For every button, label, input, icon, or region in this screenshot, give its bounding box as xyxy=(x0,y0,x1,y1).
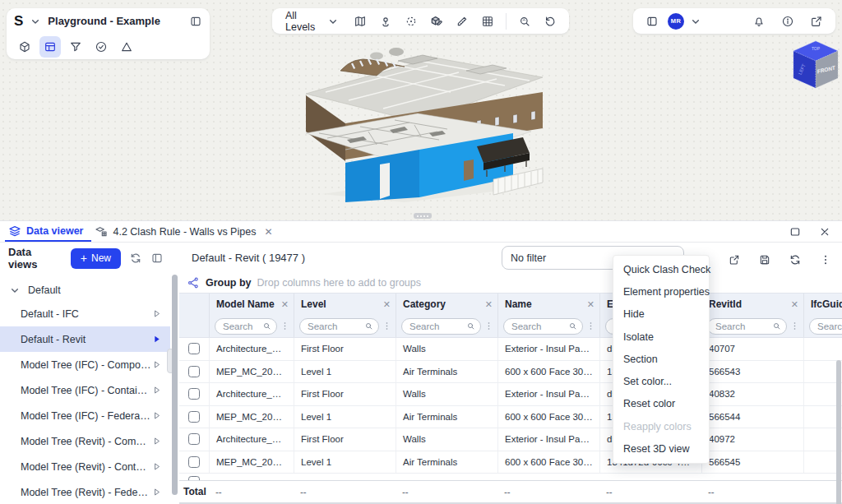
row-checkbox[interactable] xyxy=(188,388,200,400)
column-search-input[interactable]: Search xyxy=(299,318,379,335)
sidebar-item[interactable]: Model Tree (IFC) - Components xyxy=(0,352,170,377)
panel-layout-icon[interactable] xyxy=(150,252,164,265)
table-panel-icon[interactable] xyxy=(39,36,61,58)
column-menu-icon[interactable] xyxy=(382,321,392,331)
panel-layout-icon[interactable] xyxy=(189,15,202,28)
table-row[interactable]: MEP_MC_2022.rvtLevel 1Air Terminals600 x… xyxy=(179,451,842,474)
row-checkbox[interactable] xyxy=(188,366,200,377)
column-header[interactable]: Level✕ xyxy=(294,294,396,315)
window-maximize-icon[interactable] xyxy=(784,221,806,243)
row-checkbox[interactable] xyxy=(188,433,200,445)
play-outline-icon[interactable] xyxy=(151,436,162,446)
table-row[interactable]: MEP_MC_2022.rvtLevel 1Air Terminals600 x… xyxy=(179,361,842,384)
context-menu-item[interactable]: Element properties xyxy=(613,280,709,303)
open-external-icon[interactable] xyxy=(806,11,827,32)
triangle-icon[interactable] xyxy=(116,36,137,58)
row-checkbox[interactable] xyxy=(188,411,200,423)
reset-view-icon[interactable] xyxy=(539,11,561,32)
share-export-icon[interactable] xyxy=(724,249,745,270)
table-row[interactable]: Architecture_MC_20First FloorWallsExteri… xyxy=(179,383,842,406)
scrollbar-thumb[interactable] xyxy=(172,275,178,495)
context-menu-item[interactable]: Isolate xyxy=(613,326,709,348)
bell-icon[interactable] xyxy=(748,11,770,32)
column-remove-icon[interactable]: ✕ xyxy=(791,299,798,310)
sidebar-item[interactable]: Model Tree (Revit) - Components xyxy=(0,428,170,454)
sidebar-scrollbar[interactable] xyxy=(170,243,179,504)
new-view-button[interactable]: + New xyxy=(71,248,121,269)
levels-dropdown[interactable]: All Levels xyxy=(280,10,346,33)
table-row[interactable]: Architecture_MC_20First FloorWallsExteri… xyxy=(179,338,842,361)
chevron-down-icon[interactable] xyxy=(29,15,42,28)
column-search-input[interactable]: Search xyxy=(809,318,842,335)
column-remove-icon[interactable]: ✕ xyxy=(587,299,594,310)
play-outline-icon[interactable] xyxy=(151,308,162,319)
table-scrollbar-thumb[interactable] xyxy=(836,360,841,504)
column-header[interactable]: Category✕ xyxy=(396,294,497,315)
column-menu-icon[interactable] xyxy=(280,321,290,331)
measure-pen-icon[interactable] xyxy=(451,11,473,32)
tab-close-icon[interactable]: ✕ xyxy=(264,226,272,238)
column-remove-icon[interactable]: ✕ xyxy=(383,299,391,310)
play-outline-icon[interactable] xyxy=(151,461,162,472)
info-icon[interactable] xyxy=(777,11,798,32)
context-menu-item[interactable]: Section xyxy=(613,348,709,370)
tree-root-default[interactable]: Default xyxy=(0,280,170,301)
kebab-icon[interactable] xyxy=(815,249,836,270)
app-logo[interactable]: S xyxy=(14,14,23,28)
3d-viewport[interactable]: S Playground - Example All Levels MR xyxy=(0,0,842,220)
user-avatar[interactable]: MR xyxy=(668,13,684,30)
sidebar-item[interactable]: Model Tree (IFC) - Containment xyxy=(0,377,170,403)
column-search-input[interactable]: Search xyxy=(215,318,277,335)
sidebar-item[interactable]: Default - Revit xyxy=(0,326,170,352)
column-remove-icon[interactable]: ✕ xyxy=(281,299,289,310)
context-menu-item[interactable]: Hide xyxy=(613,303,709,326)
save-icon[interactable] xyxy=(754,249,775,270)
refresh-icon[interactable] xyxy=(784,249,806,270)
chevron-down-icon[interactable] xyxy=(689,15,702,28)
play-outline-icon[interactable] xyxy=(151,410,162,421)
close-icon[interactable] xyxy=(814,221,835,243)
cube-3d-icon[interactable] xyxy=(14,36,35,58)
sidebar-item[interactable]: Model Tree (Revit) - Federated Flo... xyxy=(0,479,170,504)
context-menu-item[interactable]: Set color... xyxy=(613,370,709,392)
navigation-cube[interactable]: TOP LEFT FRONT xyxy=(791,39,840,93)
column-search-input[interactable]: Search xyxy=(401,318,481,335)
panel-layout-icon[interactable] xyxy=(641,11,663,32)
column-menu-icon[interactable] xyxy=(585,321,596,331)
sidebar-item[interactable]: Model Tree (IFC) - Federated Floor xyxy=(0,403,170,428)
column-menu-icon[interactable] xyxy=(789,321,800,331)
tab-clash-rule[interactable]: 4.2 Clash Rule - Walls vs Pipes ✕ xyxy=(91,221,280,242)
play-outline-icon[interactable] xyxy=(151,487,162,497)
column-header[interactable]: IfcGuid✕ xyxy=(803,294,842,315)
table-row[interactable]: Architecture_MC_20First FloorWallsExteri… xyxy=(179,428,842,451)
tab-data-viewer[interactable]: Data viewer xyxy=(5,221,91,242)
zoom-search-icon[interactable] xyxy=(514,11,535,32)
groupby-bar[interactable]: Group by Drop columns here to add to gro… xyxy=(179,273,842,293)
table-row[interactable]: MEP_MC_2022.rvtLevel 1Air Terminals600 x… xyxy=(179,406,842,429)
column-header[interactable]: Name✕ xyxy=(497,294,599,315)
column-header[interactable]: Model Name✕ xyxy=(209,294,294,315)
play-outline-icon[interactable] xyxy=(151,359,162,370)
row-checkbox[interactable] xyxy=(188,343,200,354)
column-header[interactable]: RevitId✕ xyxy=(701,294,803,315)
grid-icon[interactable] xyxy=(477,11,498,32)
panel-resize-handle[interactable] xyxy=(414,213,432,219)
context-menu-item[interactable]: Quick Clash Check xyxy=(613,258,709,280)
map-icon[interactable] xyxy=(349,11,371,32)
play-filled-icon[interactable] xyxy=(151,334,162,344)
focus-target-icon[interactable] xyxy=(400,11,422,32)
row-checkbox[interactable] xyxy=(188,456,200,468)
location-pin-icon[interactable] xyxy=(375,11,396,32)
cube-edit-icon[interactable] xyxy=(426,11,447,32)
column-menu-icon[interactable] xyxy=(483,321,494,331)
filter-funnel-icon[interactable] xyxy=(65,36,86,58)
column-remove-icon[interactable]: ✕ xyxy=(485,299,493,310)
column-search-input[interactable]: Search xyxy=(707,318,787,335)
sidebar-item[interactable]: Default - IFC xyxy=(0,301,170,326)
3d-building-model[interactable] xyxy=(298,41,549,202)
check-circle-icon[interactable] xyxy=(90,36,112,58)
context-menu-item[interactable]: Reset 3D view xyxy=(613,437,709,460)
play-outline-icon[interactable] xyxy=(151,385,162,395)
refresh-icon[interactable] xyxy=(129,252,142,265)
column-search-input[interactable]: Search xyxy=(503,318,583,335)
